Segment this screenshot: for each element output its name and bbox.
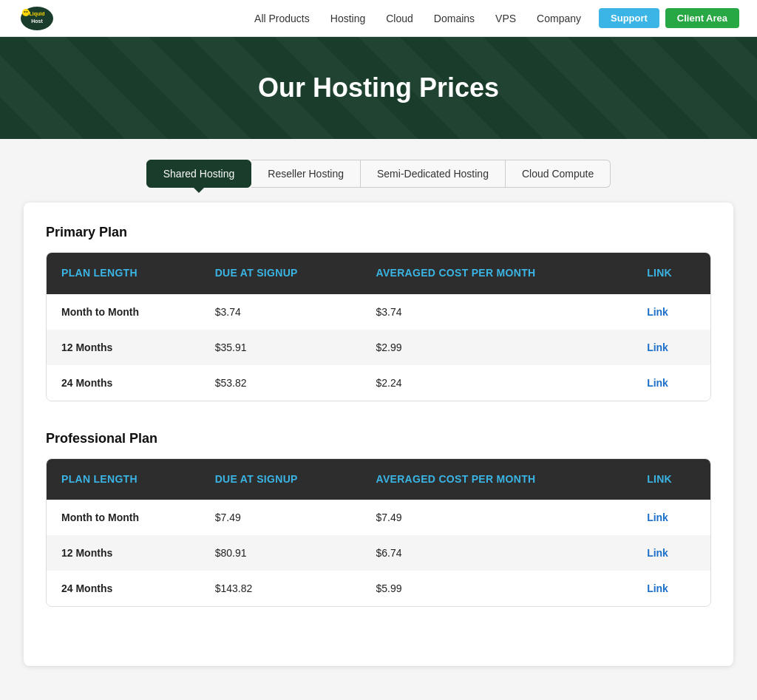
svg-text:Host: Host [31, 18, 43, 24]
nav-all-products[interactable]: All Products [254, 13, 310, 24]
nav-company[interactable]: Company [537, 13, 581, 24]
tab-reseller-hosting[interactable]: Reseller Hosting [251, 160, 361, 188]
table-row: 24 Months $143.82 $5.99 Link [47, 571, 710, 606]
nav-links: All Products Hosting Cloud Domains VPS C… [254, 12, 581, 25]
primary-plan-section: Primary Plan PLAN LENGTH DUE AT SIGNUP A… [46, 225, 711, 401]
table-row: 24 Months $53.82 $2.24 Link [47, 365, 710, 401]
pro-col-plan-length: PLAN LENGTH [47, 459, 200, 500]
support-button[interactable]: Support [599, 8, 659, 28]
table-row: Month to Month $7.49 $7.49 Link [47, 500, 710, 535]
pro-col-due-signup: DUE AT SIGNUP [200, 459, 361, 500]
table-row: 12 Months $35.91 $2.99 Link [47, 330, 710, 365]
professional-plan-title: Professional Plan [46, 431, 711, 446]
nav-domains[interactable]: Domains [434, 13, 475, 24]
primary-row0-avg: $3.74 [361, 294, 633, 330]
primary-row2-length: 24 Months [47, 365, 200, 401]
primary-row0-link[interactable]: Link [632, 294, 710, 330]
hero-title: Our Hosting Prices [15, 72, 742, 103]
hosting-tabs: Shared Hosting Reseller Hosting Semi-Ded… [0, 139, 757, 203]
primary-row1-link[interactable]: Link [632, 330, 710, 365]
table-row: Month to Month $3.74 $3.74 Link [47, 294, 710, 330]
tab-cloud-compute[interactable]: Cloud Compute [506, 160, 611, 188]
pro-row1-length: 12 Months [47, 535, 200, 571]
pro-row1-link[interactable]: Link [632, 535, 710, 571]
primary-row2-link[interactable]: Link [632, 365, 710, 401]
tab-semi-dedicated-hosting[interactable]: Semi-Dedicated Hosting [361, 160, 506, 188]
pro-row0-link[interactable]: Link [632, 500, 710, 535]
table-row: 12 Months $80.91 $6.74 Link [47, 535, 710, 571]
primary-col-link: LINK [632, 253, 710, 294]
nav-buttons: Support Client Area [599, 8, 739, 28]
professional-plan-section: Professional Plan PLAN LENGTH DUE AT SIG… [46, 431, 711, 608]
svg-point-4 [24, 11, 26, 13]
professional-plan-table: PLAN LENGTH DUE AT SIGNUP AVERAGED COST … [46, 458, 711, 608]
primary-row0-length: Month to Month [47, 294, 200, 330]
nav-cloud[interactable]: Cloud [386, 13, 413, 24]
pro-col-avg-cost: AVERAGED COST PER MONTH [361, 459, 633, 500]
primary-row1-length: 12 Months [47, 330, 200, 365]
pro-row1-avg: $6.74 [361, 535, 633, 571]
client-area-button[interactable]: Client Area [665, 8, 739, 28]
primary-row1-avg: $2.99 [361, 330, 633, 365]
pricing-content: Primary Plan PLAN LENGTH DUE AT SIGNUP A… [24, 203, 733, 666]
site-logo[interactable]: Liquid Host [18, 4, 56, 33]
nav-hosting[interactable]: Hosting [330, 13, 365, 24]
primary-row2-avg: $2.24 [361, 365, 633, 401]
pro-col-link: LINK [632, 459, 710, 500]
primary-table-header-row: PLAN LENGTH DUE AT SIGNUP AVERAGED COST … [47, 253, 710, 294]
pro-row2-link[interactable]: Link [632, 571, 710, 606]
primary-col-due-signup: DUE AT SIGNUP [200, 253, 361, 294]
primary-col-avg-cost: AVERAGED COST PER MONTH [361, 253, 633, 294]
hero-section: Our Hosting Prices [0, 37, 757, 139]
pro-row0-length: Month to Month [47, 500, 200, 535]
primary-plan-title: Primary Plan [46, 225, 711, 240]
primary-plan-table: PLAN LENGTH DUE AT SIGNUP AVERAGED COST … [46, 252, 711, 401]
pro-row2-length: 24 Months [47, 571, 200, 606]
pro-row2-avg: $5.99 [361, 571, 633, 606]
pro-row1-due: $80.91 [200, 535, 361, 571]
pro-row0-due: $7.49 [200, 500, 361, 535]
primary-row2-due: $53.82 [200, 365, 361, 401]
nav-vps[interactable]: VPS [495, 13, 516, 24]
svg-point-3 [22, 9, 30, 16]
pro-row0-avg: $7.49 [361, 500, 633, 535]
professional-table-header-row: PLAN LENGTH DUE AT SIGNUP AVERAGED COST … [47, 459, 710, 500]
navbar: Liquid Host All Products Hosting Cloud D… [0, 0, 757, 37]
primary-row0-due: $3.74 [200, 294, 361, 330]
pro-row2-due: $143.82 [200, 571, 361, 606]
tab-shared-hosting[interactable]: Shared Hosting [146, 160, 252, 188]
svg-point-5 [27, 11, 28, 13]
primary-col-plan-length: PLAN LENGTH [47, 253, 200, 294]
primary-row1-due: $35.91 [200, 330, 361, 365]
svg-text:Liquid: Liquid [30, 11, 45, 17]
